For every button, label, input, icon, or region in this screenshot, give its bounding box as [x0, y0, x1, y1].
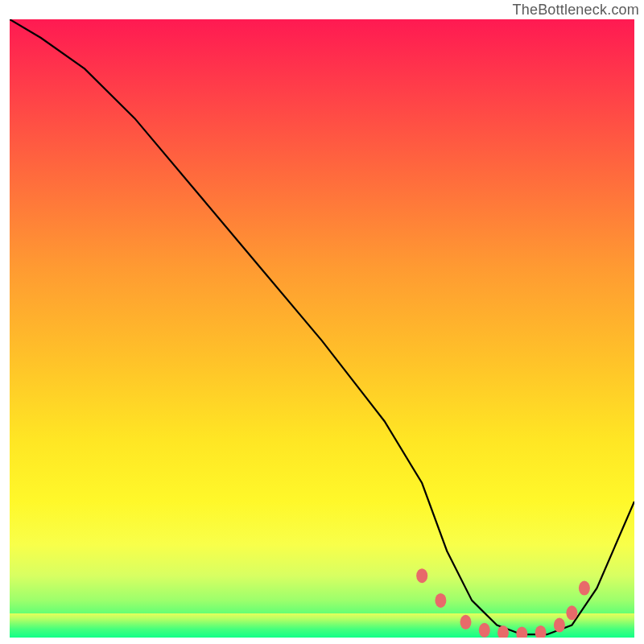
- marker-dot: [516, 626, 527, 638]
- attribution-label: TheBottleneck.com: [513, 2, 639, 19]
- marker-dot: [497, 625, 509, 638]
- curve-svg: [10, 19, 634, 638]
- marker-dot: [554, 618, 565, 633]
- marker-dot: [435, 593, 446, 608]
- marker-dot: [579, 581, 590, 596]
- marker-dot: [566, 605, 577, 620]
- bottleneck-curve-path: [10, 19, 634, 634]
- plot-area: [10, 19, 634, 638]
- marker-dot: [479, 623, 490, 638]
- marker-dot: [416, 568, 427, 583]
- marker-dot: [460, 615, 472, 630]
- marker-dot: [535, 625, 547, 638]
- highlight-markers: [416, 568, 590, 638]
- chart-container: TheBottleneck.com: [0, 0, 644, 644]
